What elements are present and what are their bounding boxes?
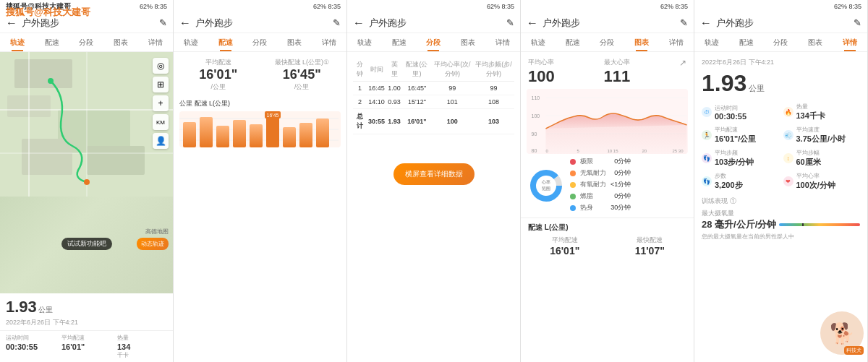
back-button-4[interactable]: ← [527, 17, 538, 30]
distance-value: 1.93 [6, 298, 37, 316]
col-cadence: 平均步频(步/分钟) [473, 58, 514, 82]
tab-track-5[interactable]: 轨迹 [694, 36, 729, 48]
legend-label-3: 燃脂 [580, 191, 610, 201]
nav-title-2: 户外跑步 [195, 17, 333, 30]
back-button-3[interactable]: ← [353, 17, 365, 30]
svg-point-34 [533, 173, 559, 199]
detail-info-1: 热量 134千卡 [796, 103, 825, 121]
detail-item-3: 💨 平均速度 3.75公里/小时 [783, 126, 861, 145]
expand-icon-4[interactable]: ↗ [679, 58, 686, 86]
tab-chart-2[interactable]: 图表 [277, 36, 312, 48]
detail-info-0: 运动时间 00:30:55 [715, 104, 746, 121]
nav-bar-1: ← 户外跑步 ✎ [0, 13, 173, 33]
seg-content: 分钟 时间 英里 配速(公里) 平均心率(次/分钟) 平均步频(步/分钟) 1 … [347, 52, 520, 362]
pace-sec-title: 配速 L(公里) [528, 223, 686, 233]
back-button-5[interactable]: ← [700, 17, 712, 30]
detail-label-7: 平均心率 [796, 172, 835, 180]
table-row: 1 16:45 1.00 16:45" 99 99 [353, 82, 514, 95]
detail-icon-3: 💨 [783, 130, 793, 140]
zoom-btn[interactable]: + [153, 95, 169, 111]
tab-detail-4[interactable]: 详情 [659, 36, 694, 48]
segments-table: 分钟 时间 英里 配速(公里) 平均心率(次/分钟) 平均步频(步/分钟) 1 … [353, 58, 514, 134]
map-controls: ◎ ⊞ + KM 👤 [153, 58, 169, 149]
detail-value-2: 16'01"/公里 [715, 134, 756, 145]
nav-edit-icon-3[interactable]: ✎ [506, 17, 514, 28]
detail-label-1: 热量 [796, 103, 825, 111]
tab-detail-3[interactable]: 详情 [485, 36, 520, 48]
tab-seg-4[interactable]: 分段 [590, 36, 625, 48]
legend-val-1: 0分钟 [614, 168, 631, 178]
row1-time: 16:45 [367, 82, 386, 95]
pace-fastest-label: 最快配速 L(公里)① [263, 58, 341, 67]
tab-pace-3[interactable]: 配速 [382, 36, 417, 48]
detail-label-2: 平均配速 [715, 126, 756, 134]
tab-seg-2[interactable]: 分段 [243, 36, 278, 48]
legend-val-4: 30分钟 [610, 203, 631, 212]
tab-chart-5[interactable]: 图表 [798, 36, 833, 48]
map-scale: 高德地图 [145, 228, 169, 236]
total-time: 30:55 [367, 109, 386, 134]
tab-track-3[interactable]: 轨迹 [347, 36, 382, 48]
detail-value-3: 3.75公里/小时 [796, 134, 846, 145]
svg-rect-14 [233, 120, 246, 147]
row2-cad: 108 [473, 95, 514, 109]
hr-max-value: 111 [604, 67, 631, 86]
tab-seg-5[interactable]: 分段 [764, 36, 799, 48]
total-dist: 1.93 [386, 109, 402, 134]
layers-btn[interactable]: ⊞ [153, 77, 169, 92]
tab-pace-4[interactable]: 配速 [556, 36, 590, 48]
panel-segments: 62% 8:35 ← 户外跑步 ✎ 轨迹 配速 分段 图表 详情 分钟 时间 英… [347, 0, 521, 362]
pace-avg-card: 平均配速 16'01" /公里 [179, 58, 258, 92]
row1-hr: 99 [432, 82, 473, 95]
nav-edit-icon-2[interactable]: ✎ [333, 17, 341, 28]
location-btn[interactable]: ◎ [153, 58, 169, 74]
tab-detail-1[interactable]: 详情 [138, 36, 173, 48]
perf-note: 您的最大摄氧量在当前的男性群人中 [702, 233, 860, 241]
detail-info-6: 步数 3,200步 [715, 172, 743, 191]
tab-chart-3[interactable]: 图表 [451, 36, 485, 48]
tab-pace-1[interactable]: 配速 [35, 36, 69, 48]
back-button-2[interactable]: ← [179, 17, 191, 30]
map-bottom-stats: 运动时间 00:30:55 平均配速 16'01" 热量 134 千卡 [0, 330, 173, 362]
svg-rect-18 [299, 123, 312, 147]
tab-pace-5[interactable]: 配速 [729, 36, 764, 48]
detail-item-1: 🔥 热量 134千卡 [783, 103, 861, 121]
nav-edit-icon-5[interactable]: ✎ [854, 17, 861, 28]
tab-track-1[interactable]: 轨迹 [0, 36, 35, 48]
nav-edit-icon-1[interactable]: ✎ [159, 17, 167, 28]
tab-seg-3[interactable]: 分段 [417, 36, 451, 48]
svg-text:100: 100 [532, 113, 540, 118]
landscape-btn[interactable]: 横屏查看详细数据 [393, 163, 475, 185]
detail-icon-4: 👣 [702, 153, 712, 163]
detail-item-4: 👣 平均步频 103步/分钟 [702, 149, 779, 168]
back-button-1[interactable]: ← [6, 17, 17, 30]
dog-mascot: 🐕 科技犬 [820, 311, 864, 355]
detail-info-3: 平均速度 3.75公里/小时 [796, 126, 846, 145]
tab-detail-5[interactable]: 详情 [833, 36, 867, 48]
detail-label-0: 运动时间 [715, 104, 746, 112]
panel-track: 搜狐号@科技大建哥 62% 8:35 ← 户外跑步 ✎ 轨迹 配速 分段 图表 … [0, 0, 174, 362]
col-hr: 平均心率(次/分钟) [432, 58, 473, 82]
detail-value-0: 00:30:55 [715, 112, 746, 121]
detail-icon-1: 🔥 [783, 107, 793, 117]
svg-rect-19 [316, 118, 329, 147]
tab-bar-2: 轨迹 配速 分段 图表 详情 [174, 33, 346, 52]
tab-pace-2[interactable]: 配速 [208, 36, 243, 48]
status-right-1: 62% 8:35 [140, 3, 167, 10]
detail-date: 2022年6月26日 下午4:21 [702, 58, 860, 67]
hr-legend: 极限 0分钟 无氧耐力 0分钟 有氧耐力 <1分钟 燃脂 0分钟 热身 [570, 157, 631, 215]
nav-edit-icon-4[interactable]: ✎ [680, 17, 688, 28]
hr-chart: 110 100 90 80 0 5 10 15 20 25 30 [527, 89, 688, 154]
tab-track-2[interactable]: 轨迹 [174, 36, 208, 48]
tab-chart-1[interactable]: 图表 [103, 36, 138, 48]
person-btn[interactable]: 👤 [153, 133, 169, 149]
tab-chart-4[interactable]: 图表 [624, 36, 659, 48]
map-background: ◎ ⊞ + KM 👤 高德地图 [0, 52, 173, 293]
tab-seg-1[interactable]: 分段 [69, 36, 104, 48]
svg-point-6 [48, 78, 54, 84]
status-bar-4: 62% 8:35 [521, 0, 694, 13]
tab-track-4[interactable]: 轨迹 [521, 36, 556, 48]
dynamic-track-btn[interactable]: 动态轨迹 [137, 238, 169, 250]
tab-detail-2[interactable]: 详情 [312, 36, 346, 48]
table-row: 2 14:10 0.93 15'12" 101 108 [353, 95, 514, 109]
